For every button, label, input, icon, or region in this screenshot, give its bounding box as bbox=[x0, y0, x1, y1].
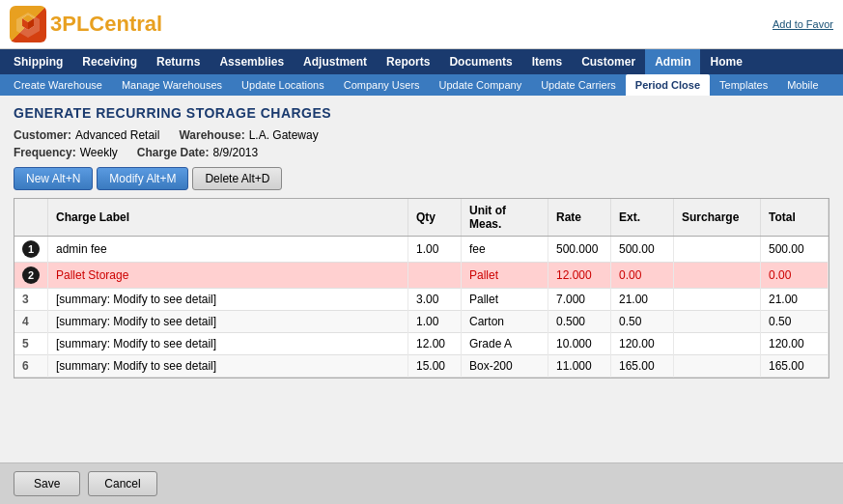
page-title: Generate Recurring Storage Charges bbox=[14, 105, 829, 121]
cell-num: 6 bbox=[14, 355, 48, 378]
row-num: 4 bbox=[22, 315, 29, 328]
cell-charge-label: admin fee bbox=[48, 237, 408, 263]
subnav-company-users[interactable]: Company Users bbox=[334, 74, 430, 96]
charge-date-value: 8/9/2013 bbox=[213, 146, 259, 159]
cell-qty: 15.00 bbox=[408, 355, 462, 378]
col-surcharge: Surcharge bbox=[674, 199, 761, 237]
col-rate: Rate bbox=[548, 199, 611, 237]
subnav-mobile[interactable]: Mobile bbox=[777, 74, 828, 96]
cell-surcharge bbox=[674, 311, 761, 333]
subnav-update-locations[interactable]: Update Locations bbox=[232, 74, 334, 96]
cell-total: 0.00 bbox=[761, 263, 829, 289]
cell-total: 500.00 bbox=[761, 237, 829, 263]
cell-num: 4 bbox=[14, 311, 48, 333]
row-num: 3 bbox=[22, 293, 29, 306]
nav-adjustment[interactable]: Adjustment bbox=[294, 49, 377, 74]
cell-ext: 500.00 bbox=[611, 237, 674, 263]
nav-home[interactable]: Home bbox=[700, 49, 751, 74]
cancel-button[interactable]: Cancel bbox=[88, 471, 156, 496]
table-row[interactable]: 4 [summary: Modify to see detail] 1.00 C… bbox=[14, 311, 829, 333]
cell-unit: Pallet bbox=[462, 263, 548, 289]
cell-unit: Carton bbox=[462, 311, 548, 333]
cell-unit: Grade A bbox=[462, 333, 548, 355]
cell-rate: 0.500 bbox=[548, 311, 611, 333]
nav-shipping[interactable]: Shipping bbox=[4, 49, 72, 74]
col-num bbox=[14, 199, 48, 237]
cell-charge-label: Pallet Storage bbox=[48, 263, 408, 289]
cell-ext: 0.50 bbox=[611, 311, 674, 333]
top-bar: 3PLCentral Add to Favor bbox=[0, 0, 843, 49]
action-buttons: New Alt+N Modify Alt+M Delete Alt+D bbox=[14, 167, 829, 190]
nav-returns[interactable]: Returns bbox=[147, 49, 210, 74]
nav-assemblies[interactable]: Assemblies bbox=[210, 49, 294, 74]
cell-rate: 500.000 bbox=[548, 237, 611, 263]
cell-rate: 12.000 bbox=[548, 263, 611, 289]
logo-3pl: 3PL bbox=[50, 12, 89, 36]
cell-rate: 10.000 bbox=[548, 333, 611, 355]
cell-total: 21.00 bbox=[761, 289, 829, 311]
cell-unit: Pallet bbox=[462, 289, 548, 311]
cell-surcharge bbox=[674, 289, 761, 311]
cell-rate: 7.000 bbox=[548, 289, 611, 311]
nav-reports[interactable]: Reports bbox=[377, 49, 439, 74]
col-unit: Unit of Meas. bbox=[462, 199, 548, 237]
table-row[interactable]: 2 Pallet Storage Pallet 12.000 0.00 0.00 bbox=[14, 263, 829, 289]
frequency-group: Frequency: Weekly bbox=[14, 146, 118, 159]
cell-qty: 12.00 bbox=[408, 333, 462, 355]
table-row[interactable]: 3 [summary: Modify to see detail] 3.00 P… bbox=[14, 289, 829, 311]
form-row-1: Customer: Advanced Retail Warehouse: L.A… bbox=[14, 128, 829, 142]
logo-text: 3PLCentral bbox=[50, 12, 162, 37]
form-row-2: Frequency: Weekly Charge Date: 8/9/2013 bbox=[14, 146, 829, 159]
cell-qty bbox=[408, 263, 462, 289]
cell-qty: 3.00 bbox=[408, 289, 462, 311]
cell-surcharge bbox=[674, 333, 761, 355]
cell-surcharge bbox=[674, 263, 761, 289]
delete-button[interactable]: Delete Alt+D bbox=[192, 167, 282, 190]
new-button[interactable]: New Alt+N bbox=[14, 167, 93, 190]
subnav-update-carriers[interactable]: Update Carriers bbox=[531, 74, 626, 96]
warehouse-group: Warehouse: L.A. Gateway bbox=[179, 128, 318, 142]
subnav-update-company[interactable]: Update Company bbox=[430, 74, 532, 96]
table-row[interactable]: 1 admin fee 1.00 fee 500.000 500.00 500.… bbox=[14, 237, 829, 263]
logo: 3PLCentral bbox=[10, 6, 162, 42]
warehouse-value: L.A. Gateway bbox=[249, 128, 319, 142]
cell-qty: 1.00 bbox=[408, 237, 462, 263]
nav-customer[interactable]: Customer bbox=[572, 49, 645, 74]
add-to-favor-link[interactable]: Add to Favor bbox=[773, 18, 833, 30]
charges-table-container: Charge Label Qty Unit of Meas. Rate Ext.… bbox=[14, 198, 829, 378]
col-qty: Qty bbox=[408, 199, 462, 237]
cell-unit: Box-200 bbox=[462, 355, 548, 378]
col-ext: Ext. bbox=[611, 199, 674, 237]
table-row[interactable]: 6 [summary: Modify to see detail] 15.00 … bbox=[14, 355, 829, 378]
save-button[interactable]: Save bbox=[14, 471, 80, 496]
table-row[interactable]: 5 [summary: Modify to see detail] 12.00 … bbox=[14, 333, 829, 355]
subnav-period-close[interactable]: Period Close bbox=[626, 74, 710, 96]
cell-charge-label: [summary: Modify to see detail] bbox=[48, 311, 408, 333]
cell-ext: 165.00 bbox=[611, 355, 674, 378]
cell-charge-label: [summary: Modify to see detail] bbox=[48, 333, 408, 355]
nav-documents[interactable]: Documents bbox=[439, 49, 521, 74]
cell-ext: 0.00 bbox=[611, 263, 674, 289]
bottom-bar: Save Cancel bbox=[0, 462, 843, 504]
customer-group: Customer: Advanced Retail bbox=[14, 128, 159, 142]
cell-qty: 1.00 bbox=[408, 311, 462, 333]
cell-ext: 21.00 bbox=[611, 289, 674, 311]
cell-num: 3 bbox=[14, 289, 48, 311]
logo-central: Central bbox=[89, 12, 162, 36]
customer-label: Customer: bbox=[14, 128, 71, 142]
subnav-templates[interactable]: Templates bbox=[710, 74, 777, 96]
badge-2: 2 bbox=[22, 266, 40, 284]
charges-table: Charge Label Qty Unit of Meas. Rate Ext.… bbox=[14, 199, 829, 378]
nav-items[interactable]: Items bbox=[522, 49, 572, 74]
modify-button[interactable]: Modify Alt+M bbox=[97, 167, 188, 190]
cell-ext: 120.00 bbox=[611, 333, 674, 355]
nav-admin[interactable]: Admin bbox=[645, 49, 700, 74]
subnav-create-warehouse[interactable]: Create Warehouse bbox=[4, 74, 112, 96]
frequency-label: Frequency: bbox=[14, 146, 76, 159]
subnav-manage-warehouses[interactable]: Manage Warehouses bbox=[112, 74, 232, 96]
nav-receiving[interactable]: Receiving bbox=[72, 49, 147, 74]
col-charge-label: Charge Label bbox=[48, 199, 408, 237]
frequency-value: Weekly bbox=[80, 146, 118, 159]
cell-num: 1 bbox=[14, 237, 48, 263]
logo-icon bbox=[10, 6, 46, 42]
